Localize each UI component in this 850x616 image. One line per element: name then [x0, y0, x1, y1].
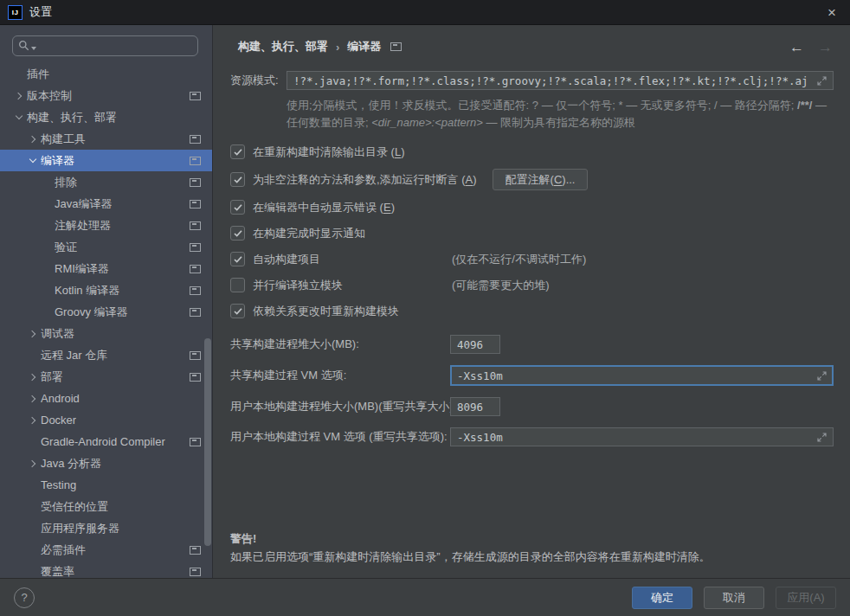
resource-patterns-value: !?*.java;!?*.form;!?*.class;!?*.groovy;!… — [293, 74, 808, 87]
checkmark-icon — [234, 256, 242, 263]
breadcrumb-parent[interactable]: 构建、执行、部署 — [238, 39, 328, 55]
sidebar-item[interactable]: 应用程序服务器 — [0, 517, 212, 539]
sidebar-item-label: 版本控制 — [27, 88, 72, 104]
ok-button[interactable]: 确定 — [632, 587, 692, 609]
sidebar-item[interactable]: 版本控制 — [0, 85, 212, 106]
checkbox[interactable] — [230, 278, 245, 292]
sidebar-item[interactable]: 远程 Jar 仓库 — [0, 344, 212, 366]
checkbox-comment: (仅在不运行/不调试时工作) — [452, 252, 586, 267]
sidebar-item[interactable]: 部署 — [0, 366, 212, 388]
sidebar-item[interactable]: 调试器 — [0, 323, 212, 344]
tree-chevron-icon — [40, 305, 55, 319]
sidebar-item[interactable]: 覆盖率 — [0, 561, 212, 578]
back-arrow-icon[interactable]: ← — [789, 40, 804, 55]
settings-page-icon — [190, 568, 201, 576]
sidebar-item[interactable]: Java 分析器 — [0, 452, 212, 474]
sidebar-item-label: Kotlin 编译器 — [55, 283, 119, 298]
checkbox-label: 在编辑器中自动显示错误 (E) — [253, 200, 395, 215]
sidebar-item[interactable]: 排除 — [0, 171, 212, 193]
sidebar-item-label: 覆盖率 — [41, 564, 74, 579]
field-value: -Xss10m — [457, 431, 503, 444]
tree-chevron-icon — [40, 197, 55, 211]
sidebar-item[interactable]: Docker — [0, 409, 212, 431]
help-button[interactable]: ? — [14, 587, 35, 608]
page-inplace-icon[interactable] — [390, 42, 402, 51]
checkbox-label: 在构建完成时显示通知 — [253, 226, 365, 241]
sidebar-item[interactable]: 注解处理器 — [0, 215, 212, 236]
tree-chevron-icon[interactable] — [26, 327, 41, 341]
sidebar-item[interactable]: 构建、执行、部署 — [0, 106, 212, 128]
sidebar-item[interactable]: Kotlin 编译器 — [0, 279, 212, 301]
tree-chevron-icon[interactable] — [26, 370, 41, 384]
checkbox[interactable] — [230, 226, 245, 241]
sidebar-item-label: Docker — [41, 414, 76, 427]
expand-icon[interactable] — [817, 76, 827, 86]
cancel-button[interactable]: 取消 — [704, 587, 764, 609]
apply-button: 应用(A) — [776, 587, 836, 609]
search-input[interactable] — [12, 35, 198, 56]
checkbox-label: 并行编译独立模块 — [253, 278, 452, 293]
settings-page-icon — [190, 351, 201, 360]
checkbox[interactable] — [230, 200, 245, 215]
checkbox-comment: (可能需要更大的堆) — [452, 278, 550, 293]
sidebar-item[interactable]: 构建工具 — [0, 128, 212, 150]
tree-chevron-icon — [26, 500, 41, 514]
settings-page-icon — [190, 265, 201, 273]
sidebar-item[interactable]: 编译器 — [0, 150, 212, 171]
sidebar-scrollbar-thumb[interactable] — [204, 338, 211, 546]
sidebar-item[interactable]: Android — [0, 388, 212, 409]
checkbox[interactable] — [230, 252, 245, 266]
field-value: 4096 — [457, 338, 483, 351]
sidebar-item[interactable]: Groovy 编译器 — [0, 301, 212, 323]
field-label: 用户本地构建过程 VM 选项 (重写共享选项): — [230, 429, 450, 445]
tree-chevron-icon[interactable] — [12, 111, 27, 125]
search-options-caret-icon[interactable] — [31, 47, 36, 50]
settings-page-icon — [190, 308, 201, 317]
tree-chevron-icon — [40, 176, 55, 189]
sidebar-item[interactable]: Testing — [0, 474, 212, 496]
sidebar-item-label: 应用程序服务器 — [41, 521, 119, 536]
field-input[interactable]: -Xss10m — [450, 365, 834, 386]
field-label: 共享构建进程堆大小(MB): — [230, 337, 450, 352]
checkbox[interactable] — [230, 172, 245, 187]
tree-chevron-icon[interactable] — [26, 132, 41, 146]
tree-chevron-icon[interactable] — [12, 89, 27, 103]
settings-page-icon — [190, 157, 201, 165]
sidebar-item[interactable]: Java编译器 — [0, 193, 212, 215]
sidebar-item-label: 插件 — [27, 67, 49, 82]
checkbox[interactable] — [230, 144, 245, 159]
sidebar-item[interactable]: Gradle-Android Compiler — [0, 431, 212, 452]
checkbox-label: 为非空注释的方法和参数,添加运行时断言 (A) — [253, 172, 477, 188]
settings-dialog: IJ 设置 × 插件 版本控制 构建、执行、部署 — [0, 0, 850, 616]
tree-chevron-icon[interactable] — [26, 414, 41, 427]
expand-icon[interactable] — [817, 371, 827, 381]
settings-page-icon — [190, 243, 201, 252]
settings-page-icon — [190, 92, 201, 100]
checkbox-row: 并行编译独立模块 (可能需要更大的堆) — [230, 276, 834, 294]
sidebar-item[interactable]: RMI编译器 — [0, 258, 212, 279]
field-input[interactable]: 4096 — [450, 335, 500, 354]
checkbox-row: 在构建完成时显示通知 — [230, 224, 834, 242]
tree-chevron-icon[interactable] — [26, 392, 41, 406]
tree-chevron-icon[interactable] — [26, 154, 41, 168]
sidebar-item[interactable]: 必需插件 — [0, 539, 212, 561]
sidebar-item-label: Testing — [41, 478, 76, 491]
warning-title: 警告! — [230, 530, 834, 549]
configure-annotations-button[interactable]: 配置注解(C)... — [493, 169, 589, 190]
close-icon[interactable]: × — [821, 5, 843, 20]
field-input[interactable]: -Xss10m — [450, 427, 834, 446]
tree-chevron-icon[interactable] — [26, 457, 41, 471]
sidebar-item[interactable]: 插件 — [0, 63, 212, 85]
sidebar-item-label: 排除 — [55, 175, 77, 190]
warning-block: 警告! 如果已启用选项“重新构建时清除输出目录”，存储生成源的目录的全部内容将在… — [230, 530, 834, 567]
resource-patterns-input[interactable]: !?*.java;!?*.form;!?*.class;!?*.groovy;!… — [287, 71, 834, 90]
checkmark-icon — [234, 230, 242, 237]
sidebar-item[interactable]: 验证 — [0, 236, 212, 258]
settings-page: 构建、执行、部署 › 编译器 ← → 资源模式: !?*.java;!?*.fo… — [213, 25, 850, 578]
sidebar-item-label: Gradle-Android Compiler — [41, 435, 165, 448]
checkbox[interactable] — [230, 304, 245, 318]
field-input[interactable]: 8096 — [450, 397, 500, 416]
expand-icon[interactable] — [817, 433, 827, 442]
sidebar-item[interactable]: 受信任的位置 — [0, 496, 212, 517]
tree-chevron-icon — [26, 543, 41, 557]
